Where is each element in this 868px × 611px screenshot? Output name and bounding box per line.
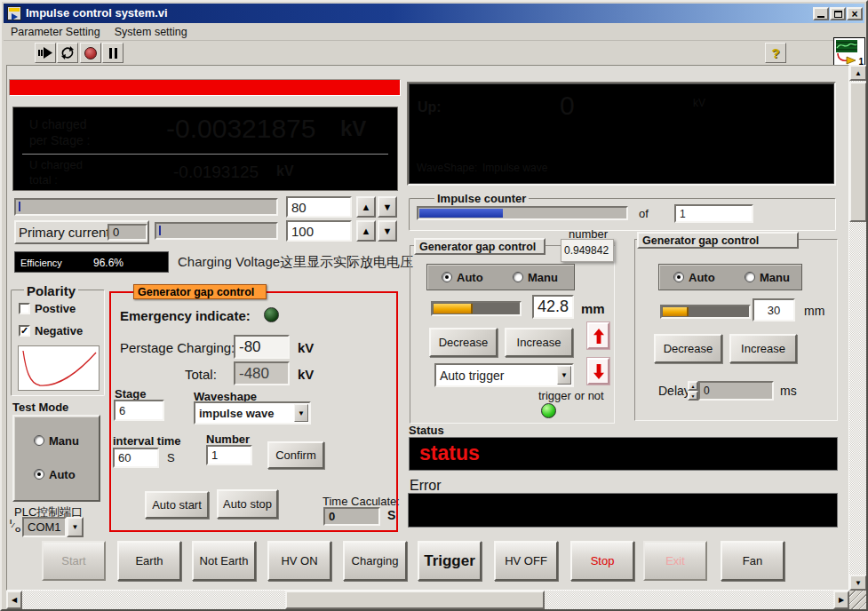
- gap-mid-slider[interactable]: [431, 301, 522, 316]
- start-button[interactable]: Start: [42, 541, 106, 581]
- not-earth-button[interactable]: Not Earth: [192, 541, 256, 581]
- minimize-button[interactable]: [813, 7, 829, 20]
- vertical-scrollbar[interactable]: ▲ ▼: [849, 65, 867, 591]
- menu-system-setting[interactable]: System setting: [108, 24, 195, 40]
- run-button[interactable]: [35, 43, 56, 63]
- number-field[interactable]: 1: [206, 445, 252, 465]
- current-set-field[interactable]: 100: [286, 220, 352, 242]
- test-mode-auto-radio[interactable]: [34, 469, 44, 480]
- total-unit: kV: [276, 163, 294, 179]
- time-caculate-field: 0: [323, 507, 380, 526]
- negative-checkbox[interactable]: ✓: [19, 325, 30, 337]
- voltage-decrement-button[interactable]: ▼: [378, 196, 397, 218]
- scroll-down-button[interactable]: ▼: [849, 575, 867, 591]
- run-continuous-button[interactable]: [57, 43, 78, 63]
- delay-spin-up-button[interactable]: ▲: [688, 381, 698, 391]
- status-display: status: [409, 437, 838, 471]
- vi-icon[interactable]: 1: [833, 37, 865, 67]
- auto-start-button[interactable]: Auto start: [145, 491, 209, 519]
- scroll-left-button[interactable]: ◀: [6, 591, 22, 609]
- gap-lower-button[interactable]: [587, 358, 609, 385]
- exit-button[interactable]: Exit: [643, 541, 707, 581]
- up-triangle-icon: ▲: [691, 384, 696, 389]
- stop-button[interactable]: Stop: [570, 541, 634, 581]
- gap-mid-increase-button[interactable]: Increase: [505, 328, 573, 357]
- stage-field[interactable]: 6: [114, 400, 164, 421]
- scroll-right-button[interactable]: ▶: [833, 591, 849, 609]
- delay-spin-down-button[interactable]: ▼: [688, 391, 698, 401]
- gap-right-value-field[interactable]: 30: [753, 298, 795, 321]
- impulse-counter-bar: [417, 206, 628, 220]
- trigger-mode-dropdown[interactable]: Auto trigger ▼: [434, 363, 574, 387]
- gap-raise-button[interactable]: [587, 322, 609, 349]
- gap-control-mid-title-text: Generator gap control: [419, 241, 536, 253]
- current-slider[interactable]: [155, 222, 278, 240]
- io-icon-bottom: O: [15, 526, 20, 534]
- com-port-field[interactable]: COM1: [22, 517, 67, 537]
- earth-label: Earth: [135, 554, 163, 567]
- voltage-set-field[interactable]: 80: [286, 196, 352, 218]
- impulse-counter-total-field[interactable]: 1: [674, 204, 753, 223]
- trigger-button[interactable]: Trigger: [418, 541, 482, 581]
- hv-off-button[interactable]: HV OFF: [494, 541, 558, 581]
- gap-right-auto-radio[interactable]: [673, 272, 684, 282]
- current-increment-button[interactable]: ▲: [356, 220, 376, 242]
- gap-right-manu-radio[interactable]: [745, 272, 755, 282]
- gap-number-field[interactable]: 0.949842: [561, 239, 614, 262]
- perstage-charging-field[interactable]: -80: [234, 335, 290, 359]
- resize-grip[interactable]: [849, 591, 867, 609]
- positive-label: Postive: [35, 302, 76, 315]
- total-label-1: U charged: [29, 158, 83, 171]
- delay-value: 0: [704, 385, 710, 397]
- com-port-dropdown-button[interactable]: ▼: [67, 517, 84, 537]
- voltage-slider-thumb[interactable]: [19, 202, 20, 211]
- interval-time-label: interval time: [113, 434, 181, 448]
- io-port-icon: I ⁄ O: [9, 517, 22, 537]
- gap-right-increase-button[interactable]: Increase: [729, 334, 797, 363]
- confirm-button[interactable]: Confirm: [267, 441, 324, 469]
- delay-field[interactable]: 0: [698, 381, 774, 401]
- per-stage-label-1: U charged: [29, 117, 87, 131]
- voltage-slider[interactable]: [14, 198, 278, 216]
- hv-on-button[interactable]: HV ON: [267, 541, 331, 581]
- current-slider-thumb[interactable]: [159, 226, 161, 235]
- scroll-up-button[interactable]: ▲: [849, 65, 867, 81]
- fan-button[interactable]: Fan: [721, 541, 784, 581]
- gap-mid-decrease-button[interactable]: Decrease: [429, 328, 498, 357]
- gap-mid-slider-fill[interactable]: [434, 304, 473, 313]
- status-value: status: [419, 441, 480, 465]
- gap-right-decrease-button[interactable]: Decrease: [654, 334, 722, 363]
- earth-button[interactable]: Earth: [117, 541, 181, 581]
- pause-button[interactable]: [102, 43, 123, 63]
- gap-right-slider[interactable]: [660, 305, 751, 319]
- test-mode-panel: Manu Auto: [12, 415, 100, 502]
- gap-mid-value-field[interactable]: 42.8: [532, 295, 574, 319]
- waveshape-dropdown[interactable]: impulse wave ▼: [194, 401, 311, 425]
- io-icon-top: I: [10, 518, 12, 526]
- up-value: 0: [560, 91, 575, 121]
- trigger-or-not-label: trigger or not: [538, 389, 604, 402]
- primary-current-field[interactable]: 0: [108, 224, 147, 241]
- help-button[interactable]: ?: [765, 43, 786, 63]
- test-mode-manu-label: Manu: [49, 434, 79, 448]
- down-triangle-icon: ▼: [383, 226, 393, 236]
- gap-right-slider-fill[interactable]: [663, 307, 689, 316]
- auto-stop-button[interactable]: Auto stop: [217, 489, 278, 519]
- horizontal-scrollbar[interactable]: ◀ ▶: [6, 591, 849, 609]
- waveshape-dropdown-button[interactable]: ▼: [294, 404, 308, 422]
- maximize-button[interactable]: [830, 7, 846, 20]
- gap-mid-auto-radio[interactable]: [442, 272, 452, 282]
- charging-button[interactable]: Charging: [343, 541, 407, 581]
- test-mode-manu-radio[interactable]: [34, 435, 44, 446]
- abort-button[interactable]: [80, 43, 101, 63]
- gap-mid-manu-radio[interactable]: [513, 272, 523, 282]
- menu-parameter-setting[interactable]: Parameter Setting: [4, 24, 108, 40]
- trigger-mode-dropdown-button[interactable]: ▼: [557, 366, 571, 385]
- interval-time-field[interactable]: 60: [113, 448, 159, 468]
- close-button[interactable]: ×: [847, 7, 863, 20]
- voltage-increment-button[interactable]: ▲: [356, 196, 376, 218]
- positive-checkbox[interactable]: [19, 303, 30, 314]
- horizontal-scroll-thumb[interactable]: [285, 591, 545, 609]
- current-decrement-button[interactable]: ▼: [378, 220, 397, 242]
- vertical-scroll-thumb[interactable]: [849, 82, 867, 222]
